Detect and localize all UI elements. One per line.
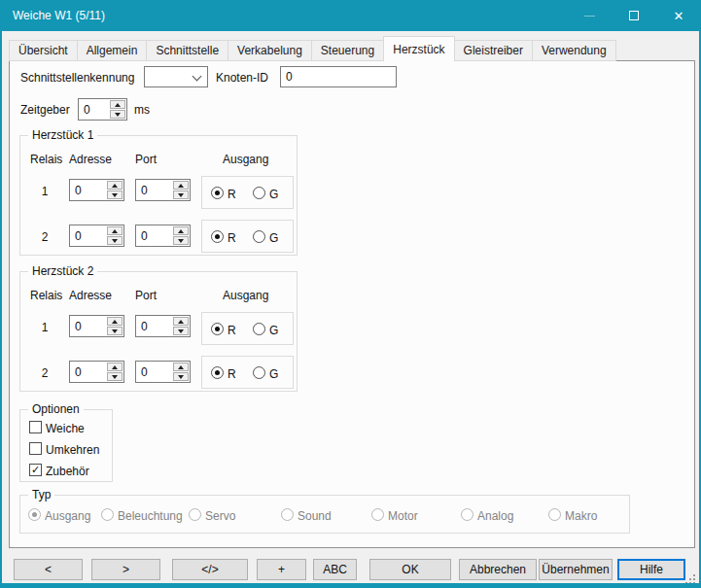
adresse-stepper[interactable]: 0 xyxy=(69,315,124,337)
ausgang-radio-group: R G xyxy=(201,176,294,209)
radio-g[interactable] xyxy=(253,366,265,379)
ok-button[interactable]: OK xyxy=(369,559,451,580)
port-value: 0 xyxy=(141,184,148,197)
spin-up-icon[interactable] xyxy=(173,181,189,190)
spin-up-icon[interactable] xyxy=(110,100,125,109)
dialog-window: Weiche W1 (5/11) ✕ Übersicht Allgemein S… xyxy=(0,0,701,588)
radio-r-label: R xyxy=(228,231,236,245)
close-icon: ✕ xyxy=(674,9,684,23)
maximize-button[interactable] xyxy=(612,0,656,31)
spin-down-icon[interactable] xyxy=(173,372,189,381)
radio-r[interactable] xyxy=(211,366,224,379)
radio-ausgang xyxy=(28,508,41,521)
radio-r-label: R xyxy=(228,367,236,381)
tab-schnittstelle[interactable]: Schnittstelle xyxy=(146,40,228,61)
spin-up-icon[interactable] xyxy=(173,226,189,235)
tab-allgemein[interactable]: Allgemein xyxy=(77,40,148,61)
radio-g[interactable] xyxy=(253,187,265,199)
radio-r[interactable] xyxy=(211,230,224,243)
spin-down-icon[interactable] xyxy=(107,236,123,245)
add-button[interactable]: + xyxy=(257,559,306,580)
zeitgeber-stepper[interactable]: 0 xyxy=(78,98,127,121)
spin-up-icon[interactable] xyxy=(107,181,123,190)
spin-down-icon[interactable] xyxy=(173,236,189,245)
radio-g-label: G xyxy=(269,188,278,201)
prev-button[interactable]: < xyxy=(14,559,83,580)
optionen-title: Optionen xyxy=(28,402,84,416)
spin-down-icon[interactable] xyxy=(110,110,125,119)
spin-up-icon[interactable] xyxy=(107,226,123,235)
radio-beleuchtung xyxy=(101,508,114,521)
herzstueck-2-title: Herzstück 2 xyxy=(28,264,97,278)
adresse-stepper[interactable]: 0 xyxy=(69,179,124,201)
tab-verwendung[interactable]: Verwendung xyxy=(532,40,616,61)
spin-down-icon[interactable] xyxy=(107,190,123,199)
port-header: Port xyxy=(135,153,157,166)
checkbox-weiche[interactable] xyxy=(29,421,42,433)
spin-down-icon[interactable] xyxy=(173,327,189,335)
spin-down-icon[interactable] xyxy=(173,190,189,199)
chevron-down-icon xyxy=(193,72,202,82)
knoten-id-input[interactable]: 0 xyxy=(280,66,397,87)
knoten-id-value: 0 xyxy=(286,70,293,84)
adresse-value: 0 xyxy=(75,320,82,333)
radio-r[interactable] xyxy=(211,187,224,199)
spin-up-icon[interactable] xyxy=(173,363,189,371)
tab-gleistreiber[interactable]: Gleistreiber xyxy=(454,40,533,61)
abbrechen-button[interactable]: Abbrechen xyxy=(459,559,537,580)
minimize-button xyxy=(567,0,612,31)
schnittstellenkennung-label: Schnittstellenkennung xyxy=(20,71,134,85)
tab-steuerung[interactable]: Steuerung xyxy=(311,40,384,61)
uebernehmen-button[interactable]: Übernehmen xyxy=(539,559,613,580)
port-stepper[interactable]: 0 xyxy=(135,361,191,383)
port-value: 0 xyxy=(141,365,148,379)
radio-g[interactable] xyxy=(253,230,265,243)
zeitgeber-unit: ms xyxy=(134,103,150,117)
adresse-header: Adresse xyxy=(69,289,112,302)
tab-uebersicht[interactable]: Übersicht xyxy=(9,40,78,61)
close-button[interactable]: ✕ xyxy=(656,0,701,31)
tab-herzstueck[interactable]: Herzstück xyxy=(383,36,454,61)
adresse-stepper[interactable]: 0 xyxy=(69,225,124,247)
spin-down-icon[interactable] xyxy=(107,372,123,381)
port-stepper[interactable]: 0 xyxy=(135,225,191,247)
ausgang-header: Ausgang xyxy=(223,153,268,166)
window-title: Weiche W1 (5/11) xyxy=(13,9,567,22)
title-bar[interactable]: Weiche W1 (5/11) ✕ xyxy=(0,0,701,31)
tab-verkabelung[interactable]: Verkabelung xyxy=(228,40,312,61)
herzstueck-1-title: Herzstück 1 xyxy=(28,128,97,142)
radio-makro-label: Makro xyxy=(565,509,597,523)
radio-r[interactable] xyxy=(211,323,224,335)
ausgang-radio-group: R G xyxy=(201,312,294,345)
schnittstellenkennung-select[interactable] xyxy=(144,66,208,87)
spin-up-icon[interactable] xyxy=(173,317,189,326)
next-button[interactable]: > xyxy=(91,559,160,580)
spin-up-icon[interactable] xyxy=(107,317,123,326)
abc-button[interactable]: ABC xyxy=(313,559,357,580)
typ-title: Typ xyxy=(28,488,54,502)
radio-r-label: R xyxy=(228,324,236,337)
resize-grip[interactable] xyxy=(693,574,695,576)
port-stepper[interactable]: 0 xyxy=(135,315,191,337)
adresse-stepper[interactable]: 0 xyxy=(69,361,124,383)
spin-up-icon[interactable] xyxy=(107,363,123,371)
radio-sound xyxy=(281,508,294,521)
spin-down-icon[interactable] xyxy=(107,327,123,335)
relais-number: 1 xyxy=(30,321,59,334)
hilfe-button[interactable]: Hilfe xyxy=(617,559,685,580)
herzstueck-2-group: Herzstück 2 Relais Adresse Port Ausgang … xyxy=(19,271,298,392)
port-stepper[interactable]: 0 xyxy=(135,179,191,201)
herzstueck-1-group: Herzstück 1 Relais Adresse Port Ausgang … xyxy=(19,135,298,256)
checkbox-zubehoer[interactable]: ✓ xyxy=(29,464,42,476)
zeitgeber-label: Zeitgeber xyxy=(20,103,70,117)
minimize-icon xyxy=(584,16,595,17)
checkbox-umkehren[interactable] xyxy=(29,442,42,455)
code-button[interactable]: </> xyxy=(172,559,248,580)
port-header: Port xyxy=(135,289,157,302)
checkbox-umkehren-label: Umkehren xyxy=(46,443,99,457)
adresse-header: Adresse xyxy=(69,153,112,166)
radio-analog xyxy=(461,508,473,521)
radio-motor xyxy=(371,508,384,521)
relais-number: 2 xyxy=(30,230,59,244)
radio-g[interactable] xyxy=(253,323,265,335)
